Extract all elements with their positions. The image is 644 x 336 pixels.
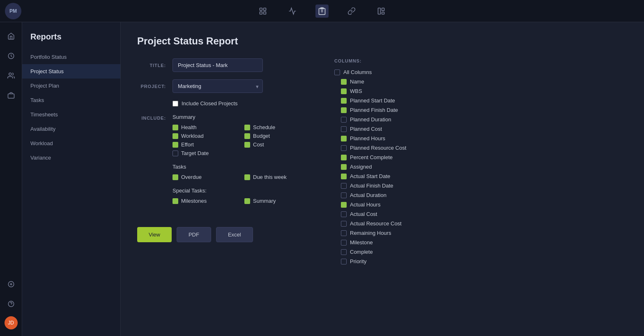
app-logo[interactable]: PM (5, 3, 21, 19)
sidebar-item-workload[interactable]: Workload (22, 136, 120, 151)
users-icon[interactable] (4, 68, 18, 83)
col-actual-resource-cost: Actual Resource Cost (341, 220, 624, 227)
col-name-checkbox[interactable] (341, 79, 347, 85)
briefcase-icon[interactable] (4, 88, 18, 103)
col-complete-checkbox[interactable] (341, 249, 347, 255)
col-planned-resource-cost-checkbox[interactable] (341, 145, 347, 151)
svg-rect-1 (264, 8, 266, 10)
col-assigned-checkbox[interactable] (341, 164, 347, 170)
include-label: INCLUDE: (137, 116, 166, 120)
layout-nav-icon[interactable] (375, 5, 388, 18)
title-input[interactable] (172, 58, 263, 72)
link-nav-icon[interactable] (345, 5, 358, 18)
col-priority-checkbox[interactable] (341, 259, 347, 264)
avatar[interactable]: JD (5, 316, 18, 329)
summary-schedule: Schedule (244, 124, 310, 130)
buttons-row: View PDF Excel (137, 227, 310, 242)
col-percent-complete-checkbox[interactable] (341, 155, 347, 160)
col-remaining-hours-checkbox[interactable] (341, 230, 347, 236)
col-planned-finish-checkbox[interactable] (341, 107, 347, 113)
sidebar-item-timesheets[interactable]: Timesheets (22, 107, 120, 122)
col-actual-hours: Actual Hours (341, 202, 624, 208)
include-closed-label: Include Closed Projects (182, 100, 238, 107)
col-milestone-checkbox[interactable] (341, 240, 347, 246)
pdf-button[interactable]: PDF (177, 227, 211, 242)
project-row: PROJECT: Marketing Development Sales Des… (137, 79, 310, 93)
col-milestone: Milestone (341, 239, 624, 246)
title-row: TITLE: (137, 58, 310, 72)
content-area: Project Status Report TITLE: PROJECT: Ma… (121, 22, 644, 336)
project-label: PROJECT: (137, 84, 166, 89)
svg-rect-8 (378, 8, 381, 14)
sidebar: Reports Portfolio Status Project Status … (22, 22, 121, 336)
help-icon[interactable] (4, 297, 18, 311)
tasks-grid: Overdue Due this week (172, 174, 310, 180)
include-closed-checkbox[interactable] (172, 101, 178, 107)
cost-checkbox[interactable] (244, 142, 250, 148)
view-button[interactable]: View (137, 227, 172, 242)
columns-section: COLUMNS: All Columns Name W (334, 58, 628, 268)
col-planned-cost: Planned Cost (341, 126, 624, 132)
sidebar-item-variance[interactable]: Variance (22, 151, 120, 165)
main-layout: JD Reports Portfolio Status Project Stat… (0, 22, 644, 336)
activity-nav-icon[interactable] (286, 5, 299, 18)
col-actual-duration-checkbox[interactable] (341, 192, 347, 198)
col-planned-cost-checkbox[interactable] (341, 126, 347, 132)
overdue-checkbox[interactable] (172, 174, 178, 180)
all-columns-checkbox[interactable] (334, 70, 340, 75)
top-nav: PM (0, 0, 644, 22)
summary-health: Health (172, 124, 238, 130)
include-wrapper: INCLUDE: Summary Health (137, 114, 310, 214)
health-checkbox[interactable] (172, 125, 178, 130)
col-actual-hours-checkbox[interactable] (341, 202, 347, 208)
col-planned-duration: Planned Duration (341, 116, 624, 123)
budget-checkbox[interactable] (244, 133, 250, 139)
schedule-checkbox[interactable] (244, 125, 250, 130)
special-tasks-grid: Milestones Summary (172, 198, 310, 204)
svg-rect-9 (382, 8, 384, 11)
svg-rect-0 (260, 8, 262, 10)
clipboard-nav-icon[interactable] (315, 5, 329, 18)
excel-button[interactable]: Excel (216, 227, 253, 242)
col-actual-cost-checkbox[interactable] (341, 211, 347, 217)
col-planned-resource-cost: Planned Resource Cost (341, 145, 624, 151)
effort-checkbox[interactable] (172, 142, 178, 148)
sidebar-item-project-plan[interactable]: Project Plan (22, 79, 120, 93)
add-icon[interactable] (4, 277, 18, 292)
svg-rect-10 (382, 12, 384, 14)
sidebar-item-availability[interactable]: Availability (22, 122, 120, 136)
tasks-header: Tasks (172, 164, 310, 170)
sidebar-item-project-status[interactable]: Project Status (22, 64, 120, 79)
search-nav-icon[interactable] (256, 5, 269, 18)
svg-rect-2 (260, 12, 262, 14)
col-actual-start: Actual Start Date (341, 173, 624, 179)
col-planned-duration-checkbox[interactable] (341, 117, 347, 123)
col-actual-start-checkbox[interactable] (341, 174, 347, 179)
summary-header: Summary (172, 114, 310, 120)
col-actual-finish-checkbox[interactable] (341, 183, 347, 189)
milestones-checkbox[interactable] (172, 198, 178, 204)
special-summary: Summary (244, 198, 310, 204)
sidebar-item-portfolio-status[interactable]: Portfolio Status (22, 50, 120, 64)
target-date-checkbox[interactable] (172, 151, 178, 156)
workload-checkbox[interactable] (172, 133, 178, 139)
summary-target-date: Target Date (172, 150, 238, 156)
due-this-week-checkbox[interactable] (244, 174, 250, 180)
clock-icon[interactable] (4, 49, 18, 63)
col-planned-hours-checkbox[interactable] (341, 136, 347, 141)
project-select[interactable]: Marketing Development Sales Design (172, 79, 263, 93)
col-actual-duration: Actual Duration (341, 192, 624, 198)
columns-scroll[interactable]: All Columns Name WBS Plann (334, 69, 628, 268)
col-actual-cost: Actual Cost (341, 211, 624, 217)
icon-bar: JD (0, 22, 22, 336)
include-content: Summary Health Schedule (172, 114, 310, 214)
col-wbs-checkbox[interactable] (341, 88, 347, 94)
summary-tasks-checkbox[interactable] (244, 198, 250, 204)
sidebar-item-tasks[interactable]: Tasks (22, 93, 120, 107)
summary-cost: Cost (244, 141, 310, 148)
title-label: TITLE: (137, 63, 166, 68)
home-icon[interactable] (4, 29, 18, 44)
col-actual-resource-cost-checkbox[interactable] (341, 221, 347, 227)
svg-rect-3 (264, 12, 266, 14)
col-planned-start-checkbox[interactable] (341, 98, 347, 104)
